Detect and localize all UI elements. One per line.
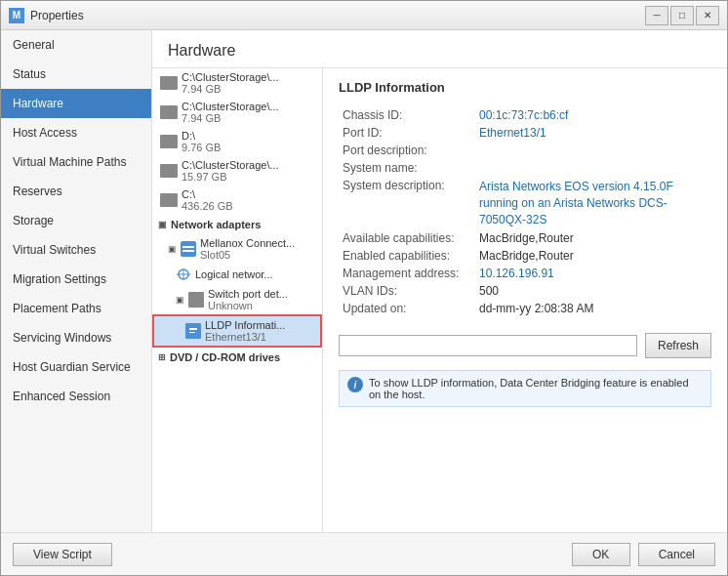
sidebar-item-virtual-switches[interactable]: Virtual Switches [1, 235, 151, 265]
sidebar-item-servicing-windows[interactable]: Servicing Windows [1, 323, 151, 352]
sidebar-item-status[interactable]: Status [1, 60, 151, 89]
info-icon: i [347, 377, 363, 392]
sidebar-item-reserves[interactable]: Reserves [1, 177, 151, 206]
sidebar-item-host-access[interactable]: Host Access [1, 118, 151, 147]
window-title: Properties [30, 9, 84, 22]
dvd-expand-icon: ⊞ [158, 352, 166, 362]
lldp-row-vlan: VLAN IDs: 500 [339, 282, 711, 300]
switch-port-sub: Unknown [208, 300, 288, 311]
lldp-info-table: Chassis ID: 00:1c:73:7c:b6:cf Port ID: E… [339, 106, 711, 317]
network-adapters-section[interactable]: ▣ Network adapters [152, 215, 322, 234]
disk-1-name: C:\ClusterStorage\... [182, 71, 279, 83]
close-button[interactable]: ✕ [696, 6, 719, 25]
refresh-button[interactable]: Refresh [645, 333, 711, 358]
lldp-tree-sub: Ethernet13/1 [205, 331, 285, 343]
dvd-section[interactable]: ⊞ DVD / CD-ROM drives [152, 348, 322, 367]
lldp-row-enabled-cap: Enabled capabilities: MacBridge,Router [339, 247, 711, 265]
svg-rect-1 [182, 250, 194, 252]
footer-right: OK Cancel [572, 543, 715, 566]
sidebar-item-placement-paths[interactable]: Placement Paths [1, 294, 151, 323]
logical-network-icon [176, 267, 191, 282]
switch-expand-icon: ▣ [176, 295, 184, 305]
svg-rect-6 [189, 328, 197, 330]
svg-rect-7 [189, 332, 195, 333]
lldp-label-vlan: VLAN IDs: [339, 282, 475, 300]
refresh-input[interactable] [339, 335, 637, 356]
disk-2-content: C:\ClusterStorage\... 7.94 GB [182, 101, 279, 124]
lldp-info-panel: LLDP Information Chassis ID: 00:1c:73:7c… [323, 68, 727, 532]
lldp-row-chassis: Chassis ID: 00:1c:73:7c:b6:cf [339, 106, 711, 124]
lldp-value-port-id: Ethernet13/1 [475, 124, 711, 142]
lldp-row-avail-cap: Available capabilities: MacBridge,Router [339, 229, 711, 247]
refresh-area: Refresh [339, 333, 711, 358]
sidebar-item-hardware[interactable]: Hardware [1, 89, 151, 118]
disk-item-2[interactable]: C:\ClusterStorage\... 7.94 GB [152, 98, 322, 127]
disk-3-size: 9.76 GB [182, 142, 221, 153]
panel-title: Hardware [168, 42, 711, 60]
disk-4-content: C:\ClusterStorage\... 15.97 GB [182, 159, 279, 183]
lldp-label-chassis: Chassis ID: [339, 106, 475, 124]
disk-item-3[interactable]: D:\ 9.76 GB [152, 127, 322, 156]
lldp-label-updated: Updated on: [339, 300, 475, 317]
properties-window: M Properties ─ □ ✕ General Status Hardwa… [0, 0, 728, 576]
ok-button[interactable]: OK [572, 543, 630, 566]
info-bar: i To show LLDP information, Data Center … [339, 370, 711, 407]
disk-5-name: C:\ [182, 188, 233, 200]
switch-port-name: Switch port det... [208, 288, 288, 300]
disk-1-content: C:\ClusterStorage\... 7.94 GB [182, 71, 279, 95]
minimize-button[interactable]: ─ [645, 6, 668, 25]
sidebar-item-host-guardian[interactable]: Host Guardian Service [1, 352, 151, 382]
disk-item-5[interactable]: C:\ 436.26 GB [152, 185, 322, 215]
mellanox-sub: Slot05 [200, 249, 295, 261]
lldp-tree-name: LLDP Informati... [205, 319, 285, 331]
switch-port-icon [188, 292, 204, 308]
disk-icon-1 [160, 76, 178, 90]
lldp-label-sys-name: System name: [339, 159, 475, 177]
main-content-area: General Status Hardware Host Access Virt… [1, 30, 727, 532]
lldp-label-avail-cap: Available capabilities: [339, 229, 475, 247]
logical-network-content: Logical networ... [195, 268, 273, 280]
lldp-row-updated: Updated on: dd-mm-yy 2:08:38 AM [339, 300, 711, 317]
maximize-button[interactable]: □ [670, 6, 694, 25]
lldp-row-sys-name: System name: [339, 159, 711, 177]
disk-icon-2 [160, 105, 178, 119]
cancel-button[interactable]: Cancel [638, 543, 715, 566]
panel-header: Hardware [152, 30, 727, 68]
mellanox-expand-icon: ▣ [168, 244, 177, 254]
dvd-label: DVD / CD-ROM drives [170, 351, 280, 363]
disk-icon-4 [160, 164, 178, 178]
disk-1-size: 7.94 GB [182, 83, 279, 95]
collapse-icon: ▣ [158, 220, 167, 229]
disk-item-4[interactable]: C:\ClusterStorage\... 15.97 GB [152, 156, 322, 185]
hardware-body: C:\ClusterStorage\... 7.94 GB C:\Cluster… [152, 68, 727, 532]
disk-icon-5 [160, 193, 178, 207]
lldp-icon [185, 323, 201, 339]
mellanox-adapter-item[interactable]: ▣ Mellanox Connect... Slot05 [152, 234, 322, 264]
lldp-row-mgmt-addr: Management address: 10.126.196.91 [339, 265, 711, 282]
view-script-button[interactable]: View Script [13, 543, 112, 566]
disk-icon-3 [160, 135, 178, 148]
lldp-value-chassis: 00:1c:73:7c:b6:cf [475, 106, 711, 124]
hardware-tree: C:\ClusterStorage\... 7.94 GB C:\Cluster… [152, 68, 323, 532]
title-bar: M Properties ─ □ ✕ [1, 1, 727, 30]
sidebar-item-enhanced-session[interactable]: Enhanced Session [1, 382, 151, 411]
disk-2-size: 7.94 GB [182, 112, 279, 124]
lldp-value-port-desc [475, 142, 711, 159]
logical-network-item[interactable]: Logical networ... [152, 264, 322, 285]
disk-2-name: C:\ClusterStorage\... [182, 101, 279, 112]
lldp-value-sys-name [475, 159, 711, 177]
lldp-value-sys-desc: Arista Networks EOS version 4.15.0F runn… [475, 177, 711, 229]
disk-item-1[interactable]: C:\ClusterStorage\... 7.94 GB [152, 68, 322, 98]
switch-port-item[interactable]: ▣ Switch port det... Unknown [152, 285, 322, 314]
lldp-label-enabled-cap: Enabled capabilities: [339, 247, 475, 265]
disk-3-content: D:\ 9.76 GB [182, 130, 221, 153]
sidebar-item-migration-settings[interactable]: Migration Settings [1, 265, 151, 294]
sidebar-item-vm-paths[interactable]: Virtual Machine Paths [1, 147, 151, 177]
lldp-tree-item[interactable]: LLDP Informati... Ethernet13/1 [152, 314, 322, 348]
network-adapters-label: Network adapters [171, 219, 261, 230]
disk-5-size: 436.26 GB [182, 200, 233, 212]
mellanox-name: Mellanox Connect... [200, 237, 295, 249]
sidebar-item-storage[interactable]: Storage [1, 206, 151, 235]
lldp-panel-title: LLDP Information [339, 80, 711, 95]
sidebar-item-general[interactable]: General [1, 30, 151, 60]
